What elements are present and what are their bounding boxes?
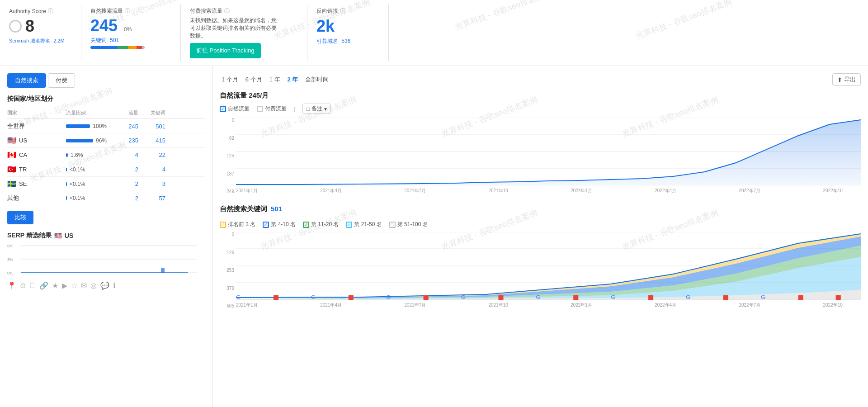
region-table-row: 🇨🇦 CA 1.6% 4 22 (7, 148, 205, 162)
traffic-num-3[interactable]: 2 (107, 166, 138, 173)
top-metrics-bar: Authority Score ⓘ 8 Semrush 域名排名 2.2M 自然… (0, 0, 868, 66)
keywords-total: 501 (271, 205, 282, 213)
kw-legend-4-10[interactable]: ✓ 第 4-10 名 (263, 221, 296, 228)
keywords-num-0[interactable]: 501 (138, 123, 165, 130)
watermark-3: 光算科技 - 谷歌seo排名案例 (453, 0, 553, 33)
keywords-num-5[interactable]: 57 (138, 195, 165, 202)
time-btn-1y[interactable]: 1 年 (268, 75, 282, 85)
serp-icon-6: ▶ (62, 281, 67, 290)
traffic-num-2[interactable]: 4 (107, 151, 138, 158)
organic-info-icon[interactable]: ⓘ (125, 7, 130, 15)
kw-label-top3: 排名前 3 名 (228, 221, 255, 228)
paid-legend-label: 付费流量 (265, 105, 287, 113)
region-table-row: 🇺🇸 US 96% 235 415 (7, 133, 205, 148)
paid-info-icon[interactable]: ⓘ (224, 7, 230, 15)
kw-legend-11-20[interactable]: ✓ 第 11-20 名 (303, 221, 339, 228)
svg-rect-29 (648, 295, 653, 300)
region-table-row: 全世界 100% 245 501 (7, 119, 205, 133)
authority-score-label: Authority Score (9, 8, 46, 14)
traffic-num-4[interactable]: 2 (107, 180, 138, 187)
kw-legend-21-50[interactable]: ✓ 第 21-50 名 (346, 221, 382, 228)
serp-icon-8: ✉ (81, 281, 87, 290)
serp-icon-10: 💬 (100, 281, 109, 290)
keywords-x-labels: 2021年1月 2021年4月 2021年7月 2021年10 2022年1月 … (236, 302, 861, 308)
keywords-chart-title: 自然搜索关键词 (220, 205, 267, 213)
refdomains-link[interactable]: 536 (341, 38, 350, 44)
tab-paid[interactable]: 付费 (48, 73, 75, 88)
serp-chart: 6% 3% 0% (7, 243, 205, 279)
notes-chevron-icon: ▾ (324, 106, 327, 112)
svg-text:G: G (611, 295, 616, 300)
svg-text:G: G (461, 295, 466, 300)
keywords-num-3[interactable]: 4 (138, 166, 165, 173)
kw-legend-top3[interactable]: ✓ 排名前 3 名 (220, 221, 255, 228)
col-traffic-pct: 流量比例 (66, 109, 107, 116)
country-name-0: 全世界 (7, 122, 66, 130)
col-traffic: 流量 (107, 109, 138, 116)
authority-rank-link[interactable]: 2.2M (53, 38, 64, 43)
time-btn-6m[interactable]: 6 个月 (244, 75, 264, 85)
serp-icon-3: ☐ (29, 281, 36, 290)
traffic-num-1[interactable]: 235 (107, 137, 138, 144)
serp-icons-row: 📍 ⊙ ☐ 🔗 ★ ▶ ☆ ✉ ◎ 💬 ℹ (7, 281, 205, 290)
svg-rect-33 (798, 295, 803, 300)
svg-text:0%: 0% (7, 271, 13, 275)
svg-text:G: G (761, 295, 766, 300)
paid-traffic-label: 付费搜索流量 (190, 7, 222, 15)
serp-region: US (65, 232, 73, 239)
traffic-chart-legend: ✓ 自然流量 □ 付费流量 | □ 备注 ▾ (220, 104, 861, 114)
traffic-chart-wrapper: 249 187 125 62 0 (220, 118, 861, 194)
traffic-bar-4 (66, 182, 67, 186)
time-btn-all[interactable]: 全部时间 (303, 75, 330, 85)
region-table-header: 国家 流量比例 流量 关键词 (7, 108, 205, 118)
kw-label-21-50: 第 21-50 名 (354, 221, 382, 228)
notes-label: 备注 (311, 105, 322, 113)
traffic-x-labels: 2021年1月 2021年4月 2021年7月 2021年10 2022年1月 … (236, 188, 861, 194)
authority-circle (9, 20, 22, 33)
traffic-num-0[interactable]: 245 (107, 123, 138, 130)
serp-icon-9: ◎ (90, 281, 97, 290)
legend-paid[interactable]: □ 付费流量 (257, 105, 287, 113)
kw-legend-51-100[interactable]: □ 第 51-100 名 (389, 221, 428, 228)
authority-score-value: 8 (25, 17, 34, 36)
svg-text:G: G (686, 295, 691, 300)
traffic-chart-area: 2021年1月 2021年4月 2021年7月 2021年10 2022年1月 … (236, 118, 861, 194)
svg-rect-6 (161, 268, 165, 273)
time-btn-2y[interactable]: 2 年 (286, 75, 300, 85)
compare-btn[interactable]: 比较 (7, 211, 33, 224)
legend-organic[interactable]: ✓ 自然流量 (220, 105, 250, 113)
backlinks-label: 反向链接 (316, 7, 338, 15)
export-btn[interactable]: ⬆ 导出 (832, 73, 861, 86)
watermark-4: 光算科技 - 谷歌seo排名案例 (634, 0, 734, 42)
authority-score-info-icon[interactable]: ⓘ (48, 7, 53, 15)
country-name-5: 其他 (7, 194, 66, 202)
time-btn-1m[interactable]: 1 个月 (220, 75, 240, 85)
traffic-tabs: 自然搜索 付费 (7, 73, 205, 88)
traffic-num-5[interactable]: 2 (107, 195, 138, 202)
keywords-num-4[interactable]: 3 (138, 180, 165, 187)
traffic-bar-1 (66, 139, 93, 142)
traffic-svg (236, 118, 861, 185)
svg-text:G: G (386, 295, 391, 300)
serp-icon-2: ⊙ (20, 281, 26, 290)
paid-traffic-block: 付费搜索流量 ⓘ 未找到数据。如果这是您的域名，您可以获取关键词排名相关的所有必… (181, 5, 307, 61)
notes-btn[interactable]: □ 备注 ▾ (302, 104, 331, 114)
region-table-row: 🇸🇪 SE <0.1% 2 3 (7, 177, 205, 191)
serp-icon-1: 📍 (7, 281, 16, 290)
authority-sub: Semrush 域名排名 2.2M (9, 38, 72, 44)
kw-label-51-100: 第 51-100 名 (397, 221, 428, 228)
backlinks-info-icon[interactable]: ⓘ (340, 7, 345, 15)
keywords-link[interactable]: 501 (110, 37, 119, 43)
svg-rect-30 (723, 295, 728, 300)
tab-organic[interactable]: 自然搜索 (7, 73, 46, 88)
region-table-row: 🇹🇷 TR <0.1% 2 4 (7, 162, 205, 177)
backlinks-value: 2k (316, 17, 335, 35)
serp-icon-5: ★ (52, 281, 58, 290)
traffic-progress-bar (90, 46, 145, 49)
traffic-bar-2 (66, 153, 68, 157)
svg-text:G: G (536, 295, 541, 300)
keywords-num-1[interactable]: 415 (138, 137, 165, 144)
main-content: 光算科技 - 谷歌seo排名案例 光算科技 - 谷歌seo排名案例 自然搜索 付… (0, 66, 868, 407)
keywords-num-2[interactable]: 22 (138, 151, 165, 158)
position-tracking-btn[interactable]: 前往 Position Tracking (190, 43, 261, 58)
